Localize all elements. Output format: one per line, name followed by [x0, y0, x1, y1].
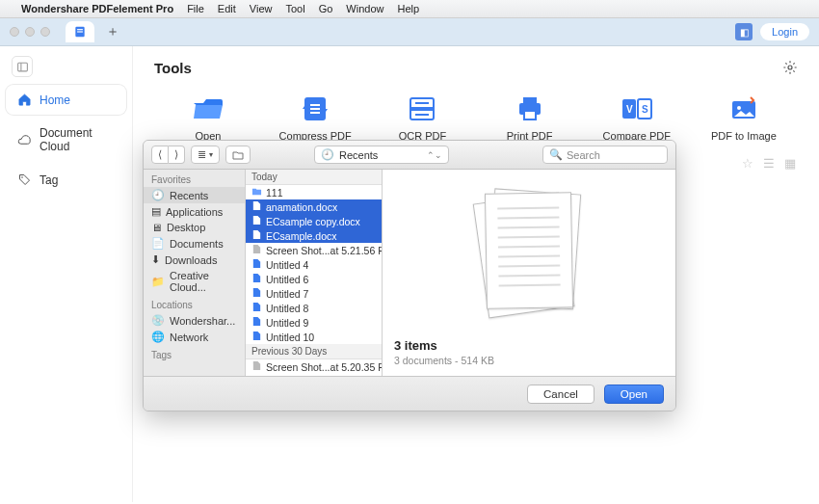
clock-icon: 🕘	[151, 189, 165, 201]
tool-print[interactable]: Print PDF	[484, 95, 576, 142]
menu-file[interactable]: File	[187, 3, 204, 14]
grid-icon[interactable]: ▦	[784, 156, 796, 171]
view-mode-button[interactable]: ≣ ▾	[191, 146, 220, 164]
compress-icon	[299, 95, 331, 122]
file-row[interactable]: Untitled 9	[246, 315, 382, 330]
sidebar-desktop[interactable]: 🖥Desktop	[144, 220, 245, 235]
sidebar-network[interactable]: 🌐Network	[144, 329, 245, 345]
dialog-footer: Cancel Open	[144, 376, 675, 411]
file-row[interactable]: Untitled 7	[246, 286, 382, 301]
section-header: Previous 30 Days	[246, 344, 382, 359]
file-row[interactable]: Screen Shot...at 5.20.35 PM	[246, 359, 382, 374]
file-name: Untitled 10	[266, 332, 314, 343]
file-icon	[251, 360, 262, 373]
file-row[interactable]: ECsample.docx	[246, 228, 382, 243]
group-label: Tags	[144, 345, 245, 362]
preview-subtitle: 3 documents - 514 KB	[394, 355, 664, 366]
sidebar-creativecloud[interactable]: 📁Creative Cloud...	[144, 268, 245, 295]
star-icon[interactable]: ☆	[742, 156, 753, 171]
file-row[interactable]: Screen Shot...at 5.21.56 PM	[246, 243, 382, 257]
item-label: Creative Cloud...	[170, 270, 237, 293]
file-name: 111	[266, 187, 283, 199]
menu-edit[interactable]: Edit	[218, 3, 236, 14]
tool-ocr[interactable]: OCR PDF	[376, 95, 468, 142]
clock-icon: 🕘	[321, 148, 334, 161]
pdf-icon	[73, 25, 87, 39]
location-popup[interactable]: 🕘Recents ⌃⌄	[314, 146, 449, 164]
list-icon[interactable]: ☰	[763, 156, 775, 171]
section-header: Today	[246, 170, 382, 185]
folder-open-icon	[192, 95, 225, 122]
sidebar-documents[interactable]: 📄Documents	[144, 235, 245, 252]
file-icon	[251, 186, 262, 199]
menu-help[interactable]: Help	[397, 3, 419, 14]
file-icon	[251, 229, 262, 242]
svg-rect-10	[523, 97, 537, 103]
file-icon	[251, 258, 262, 271]
tool-open[interactable]: Open	[162, 95, 254, 142]
sidebar-item-tag[interactable]: Tag	[6, 165, 126, 195]
svg-rect-2	[77, 31, 83, 32]
group-button[interactable]	[225, 146, 251, 164]
item-label: Desktop	[167, 222, 205, 233]
forward-button[interactable]: ⟩	[169, 146, 185, 164]
file-name: Untitled 9	[266, 317, 308, 329]
sidebar-toggle[interactable]	[12, 56, 33, 77]
item-label: Network	[170, 332, 208, 343]
cancel-button[interactable]: Cancel	[527, 385, 594, 404]
app-sidebar: Home Document Cloud Tag	[0, 46, 133, 502]
account-icon[interactable]: ◧	[735, 23, 753, 40]
file-row[interactable]: 111	[246, 185, 382, 199]
location-label: Recents	[339, 149, 378, 161]
chevron-updown-icon: ⌃⌄	[427, 150, 442, 160]
home-tab[interactable]	[66, 21, 94, 42]
back-button[interactable]: ⟨	[151, 146, 169, 164]
window-controls[interactable]	[10, 27, 50, 37]
sidebar-wondershare[interactable]: 💿Wondershar...	[144, 312, 245, 329]
group-label: Favorites	[144, 170, 245, 187]
tool-compare[interactable]: VS Compare PDF	[591, 95, 683, 142]
sidebar-downloads[interactable]: ⬇Downloads	[144, 252, 245, 268]
folder-icon	[232, 150, 244, 160]
menu-tool[interactable]: Tool	[285, 3, 304, 14]
menu-view[interactable]: View	[250, 3, 273, 14]
new-tab-button[interactable]: ＋	[102, 21, 123, 42]
file-row[interactable]: Untitled 4	[246, 257, 382, 272]
file-row[interactable]: Untitled 8	[246, 301, 382, 315]
file-name: Untitled 7	[266, 288, 308, 300]
tool-label: PDF to Image	[711, 130, 777, 142]
dialog-sidebar: Favorites 🕘Recents ▤Applications 🖥Deskto…	[144, 170, 246, 376]
tool-to-image[interactable]: PDF to Image	[698, 95, 790, 142]
app-name[interactable]: Wondershare PDFelement Pro	[21, 3, 173, 14]
open-button[interactable]: Open	[604, 385, 664, 404]
file-row[interactable]: Untitled 6	[246, 272, 382, 286]
document-stack-icon	[486, 193, 572, 308]
svg-point-5	[21, 176, 23, 178]
download-icon: ⬇	[151, 253, 160, 266]
item-label: Downloads	[165, 254, 217, 266]
settings-button[interactable]	[782, 60, 798, 79]
sidebar-item-home[interactable]: Home	[6, 85, 126, 115]
menu-go[interactable]: Go	[319, 3, 333, 14]
sidebar-applications[interactable]: ▤Applications	[144, 203, 245, 220]
file-name: Untitled 6	[266, 274, 308, 285]
mac-menubar: Wondershare PDFelement Pro File Edit Vie…	[0, 0, 819, 18]
file-row[interactable]: Untitled 10	[246, 330, 382, 344]
login-button[interactable]: Login	[760, 23, 809, 40]
disk-icon: 💿	[151, 314, 165, 327]
sidebar-item-cloud[interactable]: Document Cloud	[6, 119, 126, 161]
home-icon	[17, 93, 32, 107]
print-icon	[514, 95, 546, 122]
search-input[interactable]: 🔍 Search	[542, 146, 668, 164]
tool-compress[interactable]: Compress PDF	[269, 95, 361, 142]
file-name: Screen Shot...at 5.21.56 PM	[266, 245, 382, 256]
nav-back-forward[interactable]: ⟨ ⟩	[151, 146, 185, 164]
sidebar-recents[interactable]: 🕘Recents	[144, 187, 245, 203]
file-name: Untitled 8	[266, 303, 308, 314]
svg-point-6	[788, 66, 792, 69]
menu-window[interactable]: Window	[346, 3, 383, 14]
file-row[interactable]: ECsample copy.docx	[246, 214, 382, 228]
view-switcher[interactable]: ☆ ☰ ▦	[742, 156, 796, 171]
file-row[interactable]: anamation.docx	[246, 199, 382, 214]
file-icon	[251, 302, 262, 314]
